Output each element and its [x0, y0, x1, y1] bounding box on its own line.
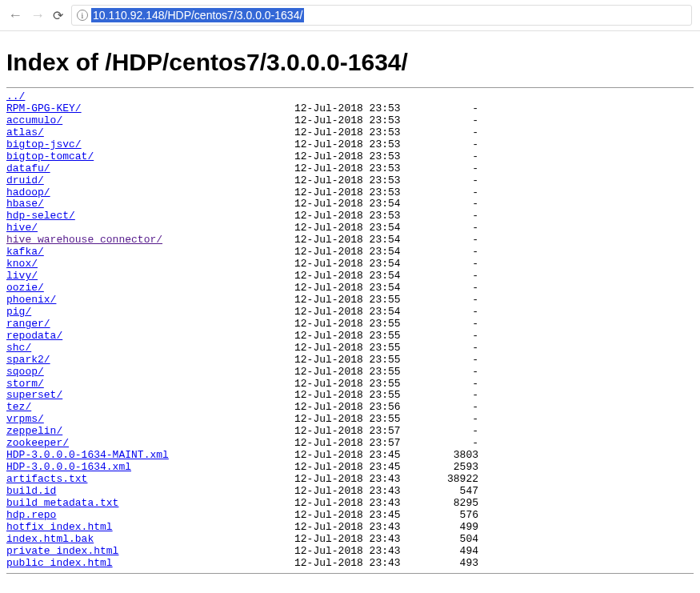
reload-button[interactable]: ⟳ [53, 8, 63, 23]
divider-bottom [6, 573, 694, 574]
listing-size: - [430, 139, 478, 151]
listing-size: - [430, 270, 478, 282]
listing-link[interactable]: index.html.bak [6, 533, 94, 545]
listing-size: 38922 [430, 474, 478, 486]
address-bar[interactable]: i 10.110.92.148/HDP/centos7/3.0.0.0-1634… [71, 5, 692, 26]
listing-size: - [430, 390, 478, 402]
listing-link[interactable]: superset/ [6, 389, 62, 401]
listing-size: - [430, 343, 478, 355]
listing-link[interactable]: atlas/ [6, 126, 44, 138]
listing-link[interactable]: hive_warehouse_connector/ [6, 234, 162, 246]
listing-link[interactable]: hotfix_index.html [6, 521, 113, 533]
info-icon[interactable]: i [77, 10, 88, 21]
listing-size: - [430, 282, 478, 294]
listing-date: 12-Jul-2018 23:53 [294, 175, 430, 187]
listing-size: - [430, 187, 478, 199]
listing-size: 499 [430, 522, 478, 534]
listing-link[interactable]: private_index.html [6, 545, 118, 557]
listing-link[interactable]: sqoop/ [6, 366, 44, 378]
listing-size: 3803 [430, 450, 478, 462]
listing-link[interactable]: ranger/ [6, 318, 50, 330]
listing-date: 12-Jul-2018 23:55 [294, 390, 430, 402]
listing-date: 12-Jul-2018 23:54 [294, 222, 430, 234]
listing-link[interactable]: datafu/ [6, 162, 50, 174]
listing-link[interactable]: RPM-GPG-KEY/ [6, 102, 82, 114]
listing-date: 12-Jul-2018 23:43 [294, 522, 430, 534]
listing-size: - [430, 402, 478, 414]
back-button[interactable]: ← [8, 7, 22, 24]
page-title: Index of /HDP/centos7/3.0.0.0-1634/ [6, 49, 694, 76]
listing-size: 2593 [430, 462, 478, 474]
listing-link[interactable]: accumulo/ [6, 114, 62, 126]
listing-link[interactable]: knox/ [6, 258, 38, 270]
listing-link[interactable]: storm/ [6, 378, 44, 390]
listing-link[interactable]: druid/ [6, 174, 44, 186]
listing-link[interactable]: shc/ [6, 342, 31, 354]
listing-size: - [430, 319, 478, 331]
listing-link[interactable]: vrpms/ [6, 413, 44, 425]
listing-size: 576 [430, 510, 478, 522]
listing-size: - [430, 210, 478, 222]
listing-date: 12-Jul-2018 23:55 [294, 414, 430, 426]
listing-date: 12-Jul-2018 23:43 [294, 474, 430, 486]
listing-date: 12-Jul-2018 23:53 [294, 127, 430, 139]
listing-link[interactable]: build.id [6, 485, 56, 497]
listing-size: - [430, 294, 478, 307]
listing-size: - [430, 163, 478, 175]
listing-size: - [430, 103, 478, 115]
listing-link[interactable]: kafka/ [6, 246, 44, 258]
listing-size: - [430, 198, 478, 210]
listing-size: - [430, 151, 478, 163]
listing-link[interactable]: HDP-3.0.0.0-1634-MAINT.xml [6, 449, 169, 461]
listing-date: 12-Jul-2018 23:45 [294, 510, 430, 522]
listing-date: 12-Jul-2018 23:54 [294, 258, 430, 270]
listing-size: - [430, 234, 478, 246]
parent-dir-link[interactable]: ../ [6, 90, 25, 102]
listing-link[interactable]: hbase/ [6, 198, 44, 210]
listing-size: 8295 [430, 498, 478, 510]
listing-link[interactable]: bigtop-jsvc/ [6, 138, 82, 150]
listing-size: - [430, 222, 478, 234]
listing-link[interactable]: pig/ [6, 306, 31, 318]
listing-size: - [430, 426, 478, 438]
listing-link[interactable]: zeppelin/ [6, 425, 62, 437]
listing-link[interactable]: tez/ [6, 401, 31, 413]
listing-date: 12-Jul-2018 23:55 [294, 367, 430, 379]
listing-date: 12-Jul-2018 23:45 [294, 462, 430, 474]
listing-size: - [430, 115, 478, 127]
listing-size: - [430, 175, 478, 187]
listing-link[interactable]: build_metadata.txt [6, 497, 118, 509]
listing-link[interactable]: bigtop-tomcat/ [6, 150, 94, 162]
page-content: Index of /HDP/centos7/3.0.0.0-1634/ ../ … [0, 31, 700, 583]
listing-link[interactable]: public_index.html [6, 557, 113, 569]
listing-date: 12-Jul-2018 23:56 [294, 402, 430, 414]
listing-link[interactable]: phoenix/ [6, 294, 56, 306]
url-text: 10.110.92.148/HDP/centos7/3.0.0.0-1634/ [91, 8, 304, 22]
listing-size: - [430, 355, 478, 367]
listing-date: 12-Jul-2018 23:57 [294, 426, 430, 438]
listing-date: 12-Jul-2018 23:53 [294, 151, 430, 163]
directory-listing: ../ RPM-GPG-KEY/12-Jul-2018 23:53- accum… [6, 91, 694, 570]
listing-date: 12-Jul-2018 23:43 [294, 534, 430, 546]
listing-size: - [430, 331, 478, 343]
listing-link[interactable]: repodata/ [6, 330, 62, 342]
listing-date: 12-Jul-2018 23:55 [294, 355, 430, 367]
listing-size: - [430, 307, 478, 319]
listing-link[interactable]: zookeeper/ [6, 437, 69, 449]
listing-link[interactable]: livy/ [6, 270, 38, 282]
listing-link[interactable]: spark2/ [6, 354, 50, 366]
listing-size: - [430, 438, 478, 450]
listing-link[interactable]: hdp-select/ [6, 210, 75, 222]
listing-date: 12-Jul-2018 23:45 [294, 450, 430, 462]
listing-link[interactable]: artifacts.txt [6, 473, 87, 485]
listing-link[interactable]: hdp.repo [6, 509, 56, 521]
listing-link[interactable]: oozie/ [6, 282, 44, 294]
listing-link[interactable]: HDP-3.0.0.0-1634.xml [6, 461, 131, 473]
listing-date: 12-Jul-2018 23:43 [294, 498, 430, 510]
forward-button[interactable]: → [30, 7, 45, 24]
listing-size: - [430, 127, 478, 139]
listing-date: 12-Jul-2018 23:53 [294, 115, 430, 127]
listing-link[interactable]: hive/ [6, 222, 38, 234]
listing-link[interactable]: hadoop/ [6, 186, 50, 198]
listing-date: 12-Jul-2018 23:54 [294, 307, 430, 319]
